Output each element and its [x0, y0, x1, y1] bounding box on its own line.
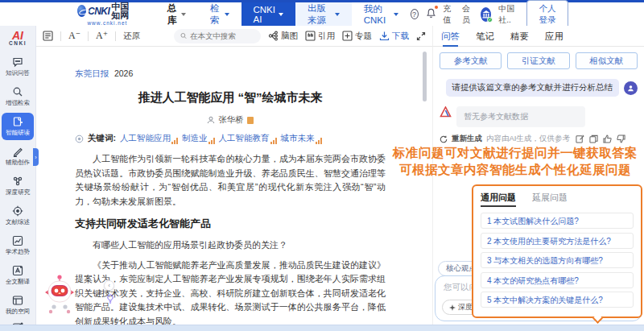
divider: [60, 31, 61, 41]
org-name[interactable]: 中国社..: [498, 3, 519, 26]
idea-bulb-icon[interactable]: [106, 292, 114, 307]
font-smaller-button[interactable]: A⁻: [68, 30, 80, 42]
keyword-link[interactable]: 制造业: [182, 133, 215, 144]
chevron-down-icon: [394, 13, 398, 16]
trend-chart-icon: [12, 235, 23, 246]
question-item-3[interactable]: 3 与本文相关的选题方向有哪些?: [481, 252, 634, 268]
search-input[interactable]: [190, 31, 254, 40]
question-item-2[interactable]: 2 本文使用的主要研究方法是什么?: [481, 233, 634, 249]
standard-question-popup: 通用问题 延展问题 1 本文试图解决什么问题? 2 本文使用的主要研究方法是什么…: [472, 184, 642, 318]
refresh-icon[interactable]: [440, 135, 448, 143]
ai-avatar-icon: [440, 106, 452, 118]
chevron-down-icon: [279, 13, 283, 16]
keywords-icon: [75, 134, 84, 143]
in-document-search[interactable]: [174, 29, 261, 43]
ai-message: 暂无参考文献数据: [456, 106, 585, 127]
sidebar-item-full-translation[interactable]: 全文翻译: [2, 262, 34, 289]
help-icon[interactable]: ?: [411, 9, 419, 19]
font-larger-button[interactable]: A⁺: [96, 30, 108, 42]
tab-apps[interactable]: 应用: [545, 26, 564, 47]
sidebar-item-knowledge-qa[interactable]: 知识问答: [2, 53, 34, 81]
keyword-link[interactable]: 城市未来: [281, 133, 322, 144]
target-icon: [12, 205, 23, 217]
molecule-icon: [12, 176, 23, 187]
download-button[interactable]: 下载: [379, 31, 409, 42]
nav-total-library[interactable]: 总库: [155, 2, 198, 26]
search-icon: [180, 32, 187, 39]
recharge-link[interactable]: 充值: [444, 3, 455, 26]
document-page: 东莞日报 2026 推进人工智能应用 “智”绘城市未来 张华桥 关键词: 人工智…: [36, 47, 432, 325]
header-right: ? 充值 会员 ✓ 中国社.. 个人登录: [411, 0, 568, 29]
restore-button[interactable]: 还原: [123, 31, 140, 42]
spark-icon: [449, 304, 456, 311]
sidebar-item-deep-research[interactable]: 深度研究: [2, 172, 34, 200]
document-scrollbar[interactable]: [423, 48, 427, 323]
citations-button[interactable]: 引证文献: [507, 52, 569, 69]
similar-docs-button[interactable]: 相似文献: [576, 52, 638, 69]
assistant-collapse-handle[interactable]: ‹: [104, 280, 114, 291]
tab-general-questions[interactable]: 通用问题: [481, 192, 516, 207]
divider: [115, 31, 116, 41]
note-icon[interactable]: [576, 134, 584, 143]
ai-disclaimer: 内容由AI生成，仅供参考: [486, 134, 570, 144]
cite-button[interactable]: 引用: [305, 31, 335, 42]
chat-bubble-icon: [12, 56, 23, 68]
cnki-logo-cn: 中国知网: [111, 2, 137, 20]
regenerate-button[interactable]: 重新生成: [452, 134, 482, 144]
nav-cnki-ai[interactable]: CNKI AI: [242, 2, 295, 26]
keyword-link[interactable]: 人工智能教育: [219, 133, 277, 144]
ai-robot-mascot[interactable]: [39, 273, 80, 321]
mindmap-button[interactable]: 脑图: [268, 31, 298, 42]
member-link[interactable]: 会员: [462, 3, 473, 26]
question-item-5[interactable]: 5 本文中解决方案的关键是什么?: [481, 292, 634, 308]
author-name[interactable]: 张华桥: [218, 114, 244, 126]
thumbs-up-icon[interactable]: [603, 134, 612, 143]
tab-notes[interactable]: 笔记: [476, 26, 494, 47]
top-header: CNKI 中国知网 www.cnki.net 总库 检索 CNKI AI 出版来…: [0, 2, 644, 26]
sidebar-expand-handle[interactable]: ›: [33, 148, 39, 166]
translate-icon: [12, 265, 23, 276]
question-tabs: 通用问题 延展问题: [481, 192, 634, 207]
ai-sidebar: AI CNKI 知识问答 增强检索 智能研读 辅助创作 深度研究 文献综述: [0, 26, 36, 325]
personal-login-button[interactable]: 个人登录: [526, 0, 568, 29]
thumbs-down-icon[interactable]: [617, 134, 625, 143]
magnifier-icon: [12, 86, 23, 97]
keyword-trend-icon: [171, 138, 178, 144]
tab-qa[interactable]: 问答: [441, 26, 460, 47]
tutorial-annotation: 标准问题可对文献进行提问并一键获取答案 可根据文章内容智能生成个性化延展问题: [388, 144, 642, 178]
regenerate-row: 重新生成 内容由AI生成，仅供参考: [440, 134, 638, 144]
sidebar-item-writing-assist[interactable]: 辅助创作: [2, 143, 34, 170]
user-avatar: [624, 81, 638, 95]
verified-check-icon: ✓: [487, 17, 493, 23]
chevron-down-icon: [181, 13, 186, 16]
paragraph: 人工智能作为引领新一轮科技革命的核心力量，成为本届东莞两会市政协委员热议话题。市…: [75, 152, 386, 209]
scrollbar-thumb[interactable]: [423, 52, 427, 101]
question-item-1[interactable]: 1 本文试图解决什么问题?: [481, 213, 634, 229]
nav-search[interactable]: 检索: [198, 2, 241, 26]
cnki-globe-icon: [77, 5, 86, 17]
document-relation-buttons: 参考文献 引证文献 相似文献: [440, 52, 638, 69]
sidebar-item-enhanced-search[interactable]: 增强检索: [2, 83, 34, 110]
tab-digest[interactable]: 精要: [510, 26, 529, 47]
references-button[interactable]: 参考文献: [440, 52, 502, 69]
copy-icon[interactable]: [589, 134, 598, 143]
nav-my-cnki[interactable]: 我的CNKI: [352, 2, 411, 26]
panel-tab-bar: 问答 笔记 精要 应用: [432, 26, 644, 47]
sidebar-item-literature-review[interactable]: 文献综述: [2, 202, 34, 230]
keyword-link[interactable]: 人工智能应用: [120, 133, 178, 144]
tab-extended-questions[interactable]: 延展问题: [532, 192, 568, 207]
org-avatar[interactable]: ✓: [481, 7, 491, 22]
sidebar-item-academic-trends[interactable]: 学术趋势: [2, 232, 34, 259]
journal-link[interactable]: 东莞日报: [75, 68, 109, 78]
cnki-logo[interactable]: CNKI 中国知网 www.cnki.net: [77, 2, 138, 27]
question-item-4[interactable]: 4 本文的研究热点有哪些?: [481, 272, 634, 288]
notification-bell-icon[interactable]: [426, 7, 436, 22]
outline-list-icon[interactable]: [43, 31, 53, 41]
nav-publish-source[interactable]: 出版来源: [295, 2, 352, 26]
sidebar-item-smart-reading[interactable]: 智能研读: [2, 113, 34, 140]
fullscreen-icon[interactable]: [416, 31, 426, 41]
keywords-label: 关键词:: [88, 133, 116, 144]
topic-button[interactable]: 专题: [342, 31, 372, 42]
bottom-edge-bar: [0, 325, 644, 331]
sidebar-item-my-space[interactable]: 我的空间: [2, 292, 34, 319]
